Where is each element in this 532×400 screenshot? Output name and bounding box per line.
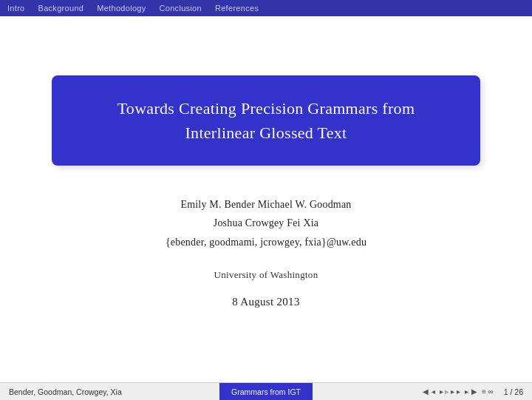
nav-icons: ≡ ∞	[482, 387, 494, 396]
main-content: Towards Creating Precision Grammars from…	[0, 16, 532, 367]
bottombar-title: Grammars from IGT	[219, 383, 313, 400]
authors-section: Emily M. Bender Michael W. Goodman Joshu…	[166, 195, 366, 251]
university-label: University of Washington	[214, 269, 318, 281]
nav-arrows[interactable]: ◀ ◂	[423, 387, 435, 396]
page-number: 1 / 26	[504, 387, 523, 396]
title-box: Towards Creating Precision Grammars from…	[52, 75, 480, 166]
arrow-left-icon[interactable]: ◀	[423, 387, 429, 396]
nav-conclusion[interactable]: Conclusion	[160, 4, 202, 13]
authors-line2: Joshua Crowgey Fei Xia	[166, 214, 366, 232]
arrow-prev-icon[interactable]: ◂	[432, 387, 435, 396]
authors-line1: Emily M. Bender Michael W. Goodman	[166, 195, 366, 214]
date-label: 8 August 2013	[232, 296, 299, 308]
arrow-right-icon[interactable]: ▶	[471, 387, 477, 396]
title-line1: Towards Creating Precision Grammars from	[117, 99, 415, 118]
nav-intro[interactable]: Intro	[7, 4, 25, 13]
nav-methodology[interactable]: Methodology	[97, 4, 146, 13]
bottombar-authors: Bender, Goodman, Crowgey, Xia	[0, 387, 219, 396]
authors-line3: {ebender, goodmami, jcrowgey, fxia}@uw.e…	[166, 233, 366, 251]
title-text: Towards Creating Precision Grammars from…	[81, 96, 451, 145]
title-line2: Interlinear Glossed Text	[185, 123, 347, 142]
nav-arrows-right[interactable]: ▸ ▶	[465, 387, 477, 396]
nav-references[interactable]: References	[215, 4, 259, 13]
bottombar: Bender, Goodman, Crowgey, Xia Grammars f…	[0, 382, 532, 400]
bottombar-right: ◀ ◂ ▸ ▹ ▸ ▸ ▸ ▶ ≡ ∞ 1 / 26	[313, 387, 532, 396]
nav-dots: ▸ ▹ ▸ ▸	[440, 387, 460, 396]
topbar: Intro Background Methodology Conclusion …	[0, 0, 532, 16]
nav-background[interactable]: Background	[38, 4, 84, 13]
arrow-next-icon[interactable]: ▸	[465, 387, 468, 396]
